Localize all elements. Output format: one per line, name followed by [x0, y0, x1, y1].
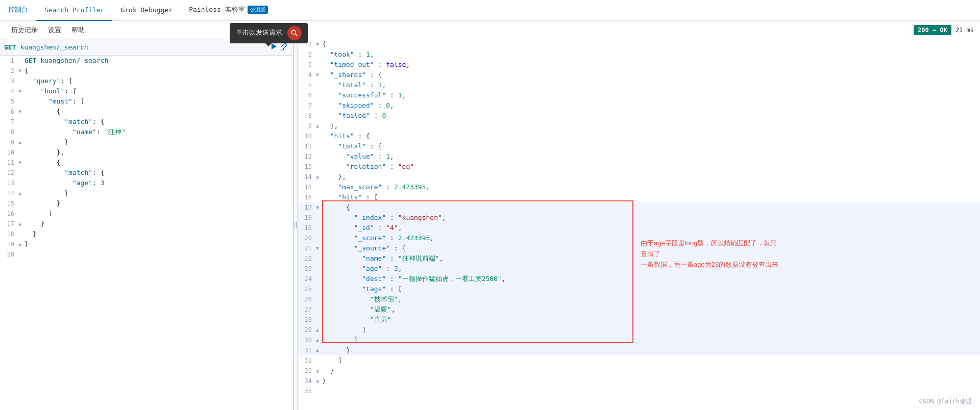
r-line-11: 11 "total" : { — [298, 141, 980, 151]
code-line-11: 11 ▼ { — [0, 158, 293, 168]
code-line-12: 12 "match": { — [0, 168, 293, 178]
tab-console[interactable]: 控制台 — [0, 0, 36, 21]
code-line-20: 20 — [0, 249, 293, 260]
r-line-22: 22 "name" : "狂神说前端", — [298, 253, 980, 264]
r-line-30: 30 ▲ } — [298, 335, 980, 345]
r-line-15: 15 "max_score" : 2.423395, — [298, 182, 980, 192]
code-line-5: 5 "must": [ — [0, 96, 293, 107]
r-line-31: 31 ▲ } — [298, 345, 980, 355]
r-line-12: 12 "value" : 1, — [298, 151, 980, 162]
code-line-7: 7 "match": { — [0, 117, 293, 127]
tab-painless-lab[interactable]: Painless 实验室 公测版 — [181, 0, 276, 21]
annotation-text: 由于age字段是long型，所以精确匹配了，就只查出了 一条数据，另一条age为… — [641, 238, 783, 270]
r-line-34: 34 ▲ } — [298, 376, 980, 386]
r-line-16: 16 "hits" : [ — [298, 192, 980, 202]
r-line-35: 35 — [298, 386, 980, 396]
left-editor-panel: GET kuangshen/_search 1 GET kuangshen/_s… — [0, 39, 293, 410]
code-line-4: 4 ▼ "bool": { — [0, 86, 293, 96]
search-icon[interactable] — [287, 26, 302, 40]
r-line-27: 27 "温暖", — [298, 304, 980, 315]
left-code-editor[interactable]: 1 GET kuangshen/_search 2 ▼ { 3 "query":… — [0, 56, 293, 410]
right-output-panel: 1 ▼ { 2 "took" : 1, 3 "timed_out" : fals… — [298, 39, 980, 410]
r-line-23: 23 "age" : 3, — [298, 264, 980, 274]
r-line-32: 32 ] — [298, 355, 980, 366]
attribution: CSDN @faith瑞诚 — [919, 397, 972, 406]
code-line-8: 8 "name": "狂神" — [0, 127, 293, 137]
history-item[interactable]: 历史记录 — [6, 25, 43, 35]
main-area: GET kuangshen/_search 1 GET kuangshen/_s… — [0, 39, 980, 410]
url-action-icons — [270, 42, 289, 52]
r-line-29: 29 ▲ ] — [298, 325, 980, 335]
code-line-9: 9 ▲ } — [0, 137, 293, 147]
status-badge: 200 – OK — [914, 25, 951, 35]
code-line-2: 2 ▼ { — [0, 66, 293, 76]
r-line-7: 7 "skipped" : 0, — [298, 100, 980, 111]
code-line-19: 19 ▲ } — [0, 239, 293, 249]
r-line-9: 9 ▲ }, — [298, 121, 980, 131]
right-code-display: 1 ▼ { 2 "took" : 1, 3 "timed_out" : fals… — [298, 39, 980, 410]
code-line-10: 10 }, — [0, 147, 293, 158]
r-line-21: 21 ▼ "_source" : { — [298, 243, 980, 253]
r-line-25: 25 "tags" : [ — [298, 284, 980, 294]
top-navigation: 控制台 Search Profiler Grok Debugger Painle… — [0, 0, 980, 21]
panel-divider[interactable]: ‖ — [293, 39, 298, 410]
r-line-8: 8 "failed" : 0 — [298, 111, 980, 121]
url-path[interactable]: kuangshen/_search — [20, 43, 265, 51]
r-line-6: 6 "successful" : 1, — [298, 90, 980, 100]
r-line-14: 14 ▲ }, — [298, 172, 980, 182]
settings-item[interactable]: 设置 — [43, 25, 66, 35]
help-item[interactable]: 帮助 — [66, 25, 90, 35]
r-line-28: 28 "直男" — [298, 315, 980, 325]
r-line-26: 26 "技术宅", — [298, 294, 980, 304]
r-line-1: 1 ▼ { — [298, 39, 980, 49]
code-line-13: 13 "age": 3 — [0, 178, 293, 188]
code-line-17: 17 ▲ } — [0, 219, 293, 229]
svg-marker-2 — [272, 43, 277, 49]
send-request-tooltip: 单击以发送请求 — [230, 23, 308, 43]
r-line-13: 13 "relation" : "eq" — [298, 162, 980, 172]
code-line-6: 6 ▼ { — [0, 107, 293, 117]
r-line-17: 17 ▼ { — [298, 202, 980, 213]
tab-grok-debugger[interactable]: Grok Debugger — [112, 0, 181, 21]
r-line-2: 2 "took" : 1, — [298, 49, 980, 60]
code-line-3: 3 "query": { — [0, 76, 293, 86]
sub-navigation: 历史记录 设置 帮助 200 – OK 21 ms — [0, 21, 980, 39]
code-line-1: 1 GET kuangshen/_search — [0, 56, 293, 66]
r-line-5: 5 "total" : 1, — [298, 80, 980, 90]
beta-badge: 公测版 — [248, 6, 268, 14]
http-method: GET — [4, 43, 16, 51]
r-line-3: 3 "timed_out" : false, — [298, 60, 980, 70]
r-line-19: 19 "_id" : "4", — [298, 223, 980, 233]
r-line-10: 10 "hits" : { — [298, 131, 980, 141]
tab-search-profiler[interactable]: Search Profiler — [36, 0, 112, 21]
time-badge: 21 ms — [955, 27, 974, 34]
r-line-24: 24 "desc" : "一顿操作猛如虎，一看工资2500", — [298, 274, 980, 284]
tools-icon[interactable] — [281, 42, 289, 52]
svg-point-0 — [291, 30, 296, 34]
code-line-18: 18 } — [0, 229, 293, 239]
code-line-15: 15 } — [0, 198, 293, 209]
r-line-20: 20 "_score" : 2.423395, — [298, 233, 980, 243]
r-line-33: 33 ▲ } — [298, 366, 980, 376]
code-line-14: 14 ▲ } — [0, 188, 293, 198]
r-line-4: 4 ▼ "_shards" : { — [298, 70, 980, 80]
r-line-18: 18 "_index" : "kuangshen", — [298, 213, 980, 223]
code-line-16: 16 ] — [0, 209, 293, 219]
svg-line-1 — [295, 34, 297, 36]
